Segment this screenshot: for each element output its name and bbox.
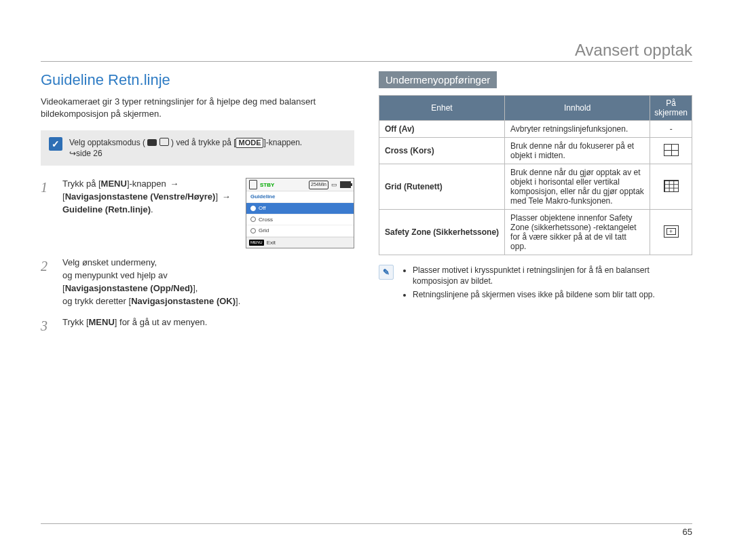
lcd-item-grid: Grid	[246, 225, 354, 237]
note-item: Plasser motivet i krysspunktet i retning…	[413, 265, 692, 286]
lcd-item-cross: Cross	[246, 214, 354, 226]
step-text: Velg ønsket undermeny,	[62, 257, 157, 267]
step-number: 3	[41, 316, 57, 336]
step-text: ] for å gå ut av menyen.	[115, 317, 208, 327]
page-ref: side 26	[76, 149, 102, 158]
step-text: Trykk på [	[62, 179, 101, 189]
battery-icon	[340, 181, 351, 188]
th-content: Innhold	[505, 96, 650, 121]
desc-cell: Bruk denne når du fokuserer på et objekt…	[505, 138, 650, 164]
th-unit: Enhet	[379, 96, 505, 121]
sym-cell	[650, 138, 692, 164]
step-text: Trykk [	[62, 317, 89, 327]
nav-keys-label: Navigasjonstastene (Opp/Ned)	[65, 283, 193, 293]
desc-cell: Bruk denne når du gjør opptak av et obje…	[505, 164, 650, 210]
intro-text: Videokameraet gir 3 typer retningslinjer…	[41, 96, 354, 119]
sd-icon	[249, 180, 257, 189]
step-2-body: Velg ønsket undermeny, og menypunkt ved …	[62, 257, 354, 307]
table-row: Cross (Kors) Bruk denne når du fokuserer…	[379, 138, 692, 164]
sym-cell	[650, 210, 692, 255]
time-remaining: 254Min	[309, 181, 328, 189]
notes-box: Plasser motivet i krysspunktet i retning…	[379, 265, 692, 303]
mode-button-label: MODE	[236, 138, 263, 148]
right-column: Undermenyoppføringer Enhet Innhold På sk…	[379, 71, 692, 336]
desc-cell: Plasser objektene innenfor Safety Zone (…	[505, 210, 650, 255]
lcd-item-label: Cross	[259, 216, 273, 224]
chapter-title: Avansert opptak	[41, 41, 692, 62]
unit-cell: Cross (Kors)	[379, 138, 505, 164]
menu-label: MENU	[101, 179, 127, 189]
lcd-menu-title: Guideline	[246, 191, 354, 203]
note-text: ]-knappen.	[263, 138, 302, 147]
prerequisite-note: Velg opptaksmodus ( ) ved å trykke på [M…	[41, 130, 354, 166]
target-label: Guideline (Retn.linje)	[62, 204, 151, 214]
step-text: og menypunkt ved hjelp av	[62, 270, 168, 280]
step-1-body: STBY 254Min ▭ Guideline Off Cross Grid M…	[62, 178, 354, 248]
tiny-menu-tag: MENU	[249, 240, 264, 246]
step-number: 1	[41, 178, 57, 248]
desc-cell: Avbryter retningslinjefunksjonen.	[505, 121, 650, 138]
photo-mode-icon	[159, 138, 169, 146]
arrow-right-icon	[168, 179, 180, 189]
unit-cell: Grid (Rutenett)	[379, 164, 505, 210]
video-mode-icon	[147, 139, 157, 146]
lcd-item-off: Off	[246, 203, 354, 214]
sym-cell: -	[650, 121, 692, 138]
unit-cell: Off (Av)	[379, 121, 505, 138]
left-column: Guideline Retn.linje Videokameraet gir 3…	[41, 71, 354, 336]
submenu-table: Enhet Innhold På skjermen Off (Av) Avbry…	[379, 95, 692, 255]
cross-symbol-icon	[664, 144, 679, 156]
lcd-item-label: Off	[259, 204, 266, 212]
nav-ok-label: Navigasjonstastene (OK)	[131, 296, 236, 306]
step-3-body: Trykk [MENU] for å gå ut av menyen.	[62, 316, 354, 336]
hook-arrow-icon	[69, 149, 76, 158]
note-text: Velg opptaksmodus (	[69, 138, 145, 147]
section-title: Guideline Retn.linje	[41, 71, 354, 89]
step-number: 2	[41, 257, 57, 307]
grid-symbol-icon	[664, 180, 679, 192]
note-text: ) ved å trykke på [	[171, 138, 236, 147]
nav-keys-label: Navigasjonstastene (Venstre/Høyre)	[65, 191, 216, 202]
stby-indicator: STBY	[260, 181, 274, 189]
table-row: Safety Zone (Sikkerhetssone) Plasser obj…	[379, 210, 692, 255]
check-icon	[49, 137, 62, 151]
step-text: ]-knappen	[127, 179, 166, 189]
lcd-item-label: Grid	[259, 227, 269, 235]
page-number: 65	[41, 523, 692, 537]
submenu-band: Undermenyoppføringer	[379, 71, 497, 88]
table-row: Off (Av) Avbryter retningslinjefunksjone…	[379, 121, 692, 138]
step-text: og trykk deretter	[62, 296, 126, 306]
lcd-exit-label: Exit	[267, 239, 276, 247]
th-onscreen: På skjermen	[650, 96, 692, 121]
arrow-right-icon	[221, 191, 232, 202]
pencil-icon	[379, 265, 394, 280]
camera-lcd-preview: STBY 254Min ▭ Guideline Off Cross Grid M…	[246, 178, 354, 248]
safe-zone-symbol-icon	[664, 225, 679, 238]
menu-label: MENU	[89, 317, 115, 327]
table-row: Grid (Rutenett) Bruk denne når du gjør o…	[379, 164, 692, 210]
unit-cell: Safety Zone (Sikkerhetssone)	[379, 210, 505, 255]
sym-cell	[650, 164, 692, 210]
note-item: Retningslinjene på skjermen vises ikke p…	[413, 289, 692, 300]
card-icon: ▭	[331, 181, 337, 189]
